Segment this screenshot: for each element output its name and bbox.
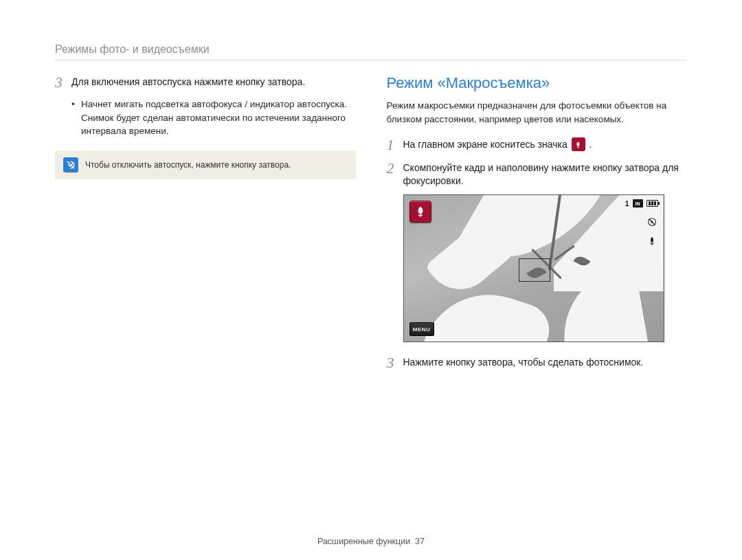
footer-label: Расширенные функции	[317, 537, 410, 546]
section-title: Режим «Макросъемка»	[387, 74, 688, 92]
step-text-after: .	[589, 139, 592, 150]
left-step-3: 3 Для включения автоспуска нажмите кнопк…	[55, 74, 356, 91]
step-number: 1	[387, 137, 403, 153]
right-column: Режим «Макросъемка» Режим макросъемки пр…	[387, 74, 688, 378]
right-step-2: 2 Скомпонуйте кадр и наполовину нажмите …	[387, 160, 688, 188]
step-text-before: На главном экране коснитесь значка	[403, 139, 570, 150]
menu-button[interactable]: MENU	[409, 322, 434, 336]
side-indicators	[646, 216, 658, 247]
note-text: Чтобы отключить автоспуск, нажмите кнопк…	[85, 160, 291, 170]
columns: 3 Для включения автоспуска нажмите кнопк…	[55, 74, 687, 378]
page-footer: Расширенные функции 37	[0, 537, 742, 546]
step-number: 3	[387, 355, 403, 371]
step-text: Нажмите кнопку затвора, чтобы сделать фо…	[403, 355, 644, 369]
bullet-list: Начнет мигать подсветка автофокуса / инд…	[71, 98, 356, 138]
page-header: Режимы фото- и видеосъемки	[55, 43, 687, 60]
right-step-3: 3 Нажмите кнопку затвора, чтобы сделать …	[387, 355, 688, 371]
right-step-1: 1 На главном экране коснитесь значка .	[387, 137, 688, 153]
battery-icon	[647, 200, 658, 207]
note-box: Чтобы отключить автоспуск, нажмите кнопк…	[55, 150, 356, 179]
storage-in-icon: IN	[633, 199, 643, 208]
flower-petal	[423, 277, 556, 342]
bullet-item: Начнет мигать подсветка автофокуса / инд…	[71, 98, 356, 138]
mode-macro-icon[interactable]	[409, 201, 431, 223]
camera-preview: MENU 1 IN	[403, 194, 664, 342]
step-text: На главном экране коснитесь значка .	[403, 137, 592, 152]
step-number: 3	[55, 74, 71, 91]
focus-frame	[519, 258, 550, 282]
page: Режимы фото- и видеосъемки 3 Для включен…	[0, 0, 742, 560]
shot-count: 1	[625, 199, 629, 208]
svg-line-1	[649, 219, 655, 225]
flash-off-icon	[646, 216, 658, 228]
status-bar: 1 IN	[625, 199, 657, 208]
step-number: 2	[387, 160, 403, 177]
left-column: 3 Для включения автоспуска нажмите кнопк…	[55, 74, 356, 378]
macro-tulip-icon	[572, 137, 585, 151]
section-description: Режим макросъемки предназначен для фотос…	[387, 99, 688, 126]
step-text: Скомпонуйте кадр и наполовину нажмите кн…	[403, 160, 688, 188]
footer-page: 37	[415, 537, 425, 546]
macro-flower-icon	[646, 235, 658, 247]
note-info-icon	[63, 157, 78, 172]
step-text: Для включения автоспуска нажмите кнопку …	[71, 74, 305, 89]
